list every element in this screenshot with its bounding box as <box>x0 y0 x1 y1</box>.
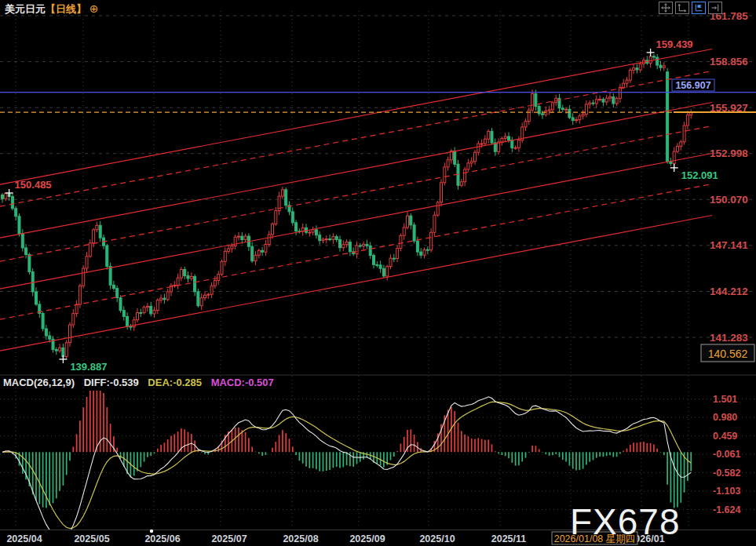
extreme-price-label: 152.091 <box>681 169 718 181</box>
macd-tick-label: 0.980 <box>713 412 737 423</box>
price-tick-label: 150.070 <box>710 194 748 206</box>
macd-tick-label: 0.459 <box>713 431 737 442</box>
chart-app: 美元日元【日线】 ⊕ 150.485139.887159.439152.0911… <box>0 0 756 546</box>
macd-axis-labels: 1.5010.9800.459-0.061-0.582-1.103-1.624 <box>713 394 740 515</box>
price-tick-label: 152.998 <box>710 147 748 159</box>
price-tick-label: 144.212 <box>710 286 748 297</box>
month-label: 2025/06 <box>144 533 180 544</box>
extreme-annotations: 150.485139.887159.439152.091 <box>5 38 718 373</box>
month-label: 2025/10 <box>419 533 455 544</box>
price-tick-label: 141.283 <box>710 332 748 344</box>
chart-canvas[interactable]: 150.485139.887159.439152.091161.785158.8… <box>0 0 756 546</box>
macd-tick-label: -1.103 <box>713 486 740 497</box>
extreme-price-label: 150.485 <box>15 179 52 191</box>
fx678-watermark: FX678 <box>570 500 681 543</box>
month-label: 2025/05 <box>74 533 109 544</box>
macd-tick-label: -0.582 <box>713 468 740 479</box>
axis-scale-tool-icon[interactable] <box>675 2 689 14</box>
chart-toolbar <box>659 2 722 14</box>
axis-marker-dot <box>150 530 153 533</box>
extreme-price-label: 139.887 <box>70 361 107 373</box>
auto-scale-flag-tool-icon[interactable] <box>692 2 706 14</box>
price-tick-label: 155.927 <box>710 102 748 114</box>
candlesticks <box>2 53 692 359</box>
zoom-plus-icon[interactable]: ⊕ <box>89 2 99 15</box>
period-tag: 【日线】 <box>46 3 86 15</box>
extreme-price-label: 159.439 <box>656 38 693 50</box>
trend-channel-lines <box>0 49 712 351</box>
month-label: 2025/07 <box>211 533 247 544</box>
horizontal-price-lines <box>0 93 756 113</box>
macd-tick-label: 1.501 <box>713 394 737 405</box>
macd-tick-label: -1.624 <box>713 504 740 515</box>
macd-header: MACD(26,12,9) DIFF:-0.539 DEA:-0.285 MAC… <box>3 377 280 388</box>
month-label: 2025/09 <box>349 533 385 544</box>
price-tick-label: 147.141 <box>710 239 748 251</box>
month-label: 2025/08 <box>283 533 318 544</box>
month-label: 2025/04 <box>6 533 42 544</box>
time-axis: 2025/042025/052025/062025/072025/082025/… <box>6 530 664 544</box>
price-axis-labels: 161.785158.856155.927152.998150.070147.1… <box>672 10 754 362</box>
macd-indicator-name: MACD(26,12,9) <box>3 377 75 388</box>
price-tick-label: 158.856 <box>710 56 748 67</box>
macd-diff-value: DIFF:-0.539 <box>84 377 139 388</box>
pan-right-tool-icon[interactable] <box>708 2 722 14</box>
macd-tick-label: -0.061 <box>713 449 740 460</box>
month-label: 2025/11 <box>491 533 527 544</box>
macd-macd-value: MACD:-0.507 <box>211 377 274 388</box>
crosshair-price-value: 140.562 <box>708 348 748 360</box>
blue-price-label: 156.907 <box>675 80 710 91</box>
chart-title-bar: 美元日元【日线】 ⊕ <box>5 2 98 16</box>
macd-dea-value: DEA:-0.285 <box>148 377 202 388</box>
move-tool-icon[interactable] <box>659 2 673 14</box>
instrument-title: 美元日元 <box>5 3 46 15</box>
